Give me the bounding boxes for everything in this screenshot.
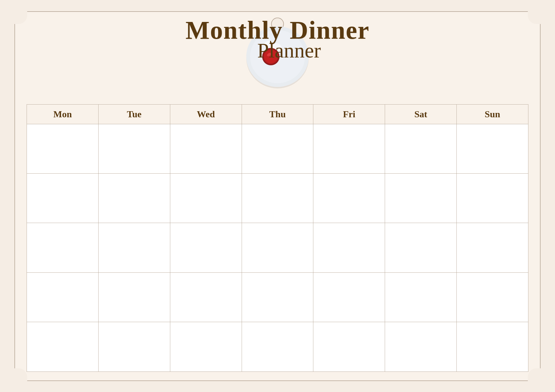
cell-r2-wed[interactable] (170, 173, 242, 223)
corner-decoration-tr (528, 11, 541, 24)
corner-decoration-br (528, 368, 541, 381)
cell-r4-sun[interactable] (457, 272, 528, 322)
header-tue: Tue (98, 104, 170, 124)
cell-r5-sat[interactable] (385, 322, 457, 371)
cell-r1-tue[interactable] (98, 124, 170, 173)
cell-r1-thu[interactable] (242, 124, 313, 173)
cell-r1-wed[interactable] (170, 124, 242, 173)
cell-r3-mon[interactable] (27, 223, 99, 272)
cell-r3-fri[interactable] (313, 223, 385, 272)
calendar-row-3 (27, 223, 528, 272)
cell-r4-mon[interactable] (27, 272, 99, 322)
cell-r3-sun[interactable] (457, 223, 528, 272)
calendar-row-1 (27, 124, 528, 173)
cell-r2-thu[interactable] (242, 173, 313, 223)
cell-r5-wed[interactable] (170, 322, 242, 371)
page-container: Monthly Dinner Planner Mon Tue Wed Thu F… (14, 11, 541, 381)
cell-r2-fri[interactable] (313, 173, 385, 223)
cell-r4-fri[interactable] (313, 272, 385, 322)
cell-r4-sat[interactable] (385, 272, 457, 322)
header-sat: Sat (385, 104, 457, 124)
cell-r3-sat[interactable] (385, 223, 457, 272)
cell-r3-wed[interactable] (170, 223, 242, 272)
cell-r5-thu[interactable] (242, 322, 313, 371)
calendar-header-row: Mon Tue Wed Thu Fri Sat Sun (27, 104, 528, 124)
cell-r3-thu[interactable] (242, 223, 313, 272)
cell-r1-mon[interactable] (27, 124, 99, 173)
cell-r2-sun[interactable] (457, 173, 528, 223)
title-plate-block: Monthly Dinner Planner (176, 18, 379, 96)
cell-r1-sun[interactable] (457, 124, 528, 173)
cell-r5-fri[interactable] (313, 322, 385, 371)
header-mon: Mon (27, 104, 99, 124)
header-thu: Thu (242, 104, 313, 124)
header-wed: Wed (170, 104, 242, 124)
cell-r5-tue[interactable] (98, 322, 170, 371)
calendar-row-2 (27, 173, 528, 223)
header-sun: Sun (457, 104, 528, 124)
cell-r1-fri[interactable] (313, 124, 385, 173)
cell-r4-thu[interactable] (242, 272, 313, 322)
cell-r2-sat[interactable] (385, 173, 457, 223)
calendar-row-4 (27, 272, 528, 322)
calendar-row-5 (27, 322, 528, 371)
cell-r3-tue[interactable] (98, 223, 170, 272)
cell-r2-tue[interactable] (98, 173, 170, 223)
cell-r1-sat[interactable] (385, 124, 457, 173)
cell-r5-sun[interactable] (457, 322, 528, 371)
cell-r5-mon[interactable] (27, 322, 99, 371)
corner-decoration-bl (14, 368, 27, 381)
cell-r4-tue[interactable] (98, 272, 170, 322)
cell-r2-mon[interactable] (27, 173, 99, 223)
header-fri: Fri (313, 104, 385, 124)
corner-decoration-tl (14, 11, 27, 24)
calendar-grid: Mon Tue Wed Thu Fri Sat Sun (27, 104, 528, 372)
cell-r4-wed[interactable] (170, 272, 242, 322)
header-area: Monthly Dinner Planner (27, 18, 528, 96)
title-block: Monthly Dinner Planner (176, 18, 379, 61)
